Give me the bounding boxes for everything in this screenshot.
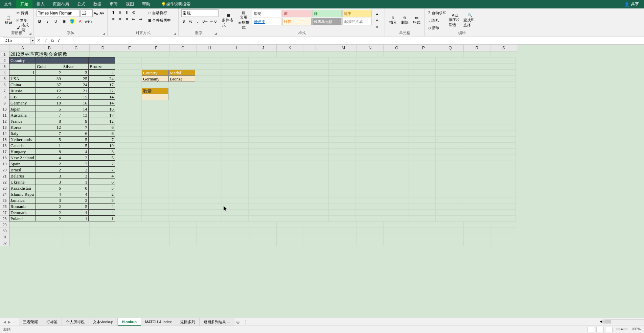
cell-L6[interactable] (302, 82, 329, 88)
cell-D25[interactable]: 3 (88, 197, 115, 203)
cell-D2[interactable] (88, 57, 115, 63)
cell-J31[interactable] (250, 234, 277, 240)
cell-P12[interactable] (409, 118, 436, 124)
row-header-2[interactable]: 2 (0, 57, 9, 64)
percent-button[interactable]: % (188, 18, 193, 24)
cell-C20[interactable]: 2 (62, 167, 89, 173)
cell-O14[interactable] (382, 130, 409, 137)
currency-button[interactable]: $ (181, 18, 186, 24)
cell-C22[interactable]: 1 (62, 179, 89, 185)
cell-C2[interactable] (62, 57, 89, 63)
cell-A21[interactable]: Belarus (9, 173, 36, 179)
cell-S18[interactable] (489, 155, 516, 161)
cell-D7[interactable]: 22 (88, 88, 115, 94)
cell-J2[interactable] (249, 57, 275, 64)
cell-P29[interactable] (410, 222, 437, 228)
cell-G5[interactable]: Bronze (168, 76, 195, 82)
cell-P6[interactable] (409, 82, 436, 88)
cell-E11[interactable] (115, 112, 142, 118)
cell-E9[interactable] (115, 100, 142, 106)
cell-L17[interactable] (302, 149, 329, 155)
cancel-formula-button[interactable]: ✕ (35, 38, 42, 43)
cell-R14[interactable] (462, 130, 489, 137)
cell-P2[interactable] (409, 57, 436, 64)
cell-M22[interactable] (329, 179, 355, 185)
cell-J26[interactable] (249, 204, 275, 210)
cell-J20[interactable] (249, 167, 275, 173)
row-header-3[interactable]: 3 (0, 64, 9, 70)
cell-D1[interactable] (90, 51, 116, 57)
cell-I1[interactable] (223, 51, 250, 57)
cell-O2[interactable] (382, 57, 409, 64)
cell-J30[interactable] (250, 228, 277, 234)
align-top-button[interactable]: ⬆ (110, 9, 116, 16)
col-header-F[interactable]: F (143, 45, 170, 51)
style-link[interactable]: 超链接 (252, 18, 281, 25)
cell-R15[interactable] (462, 137, 489, 143)
style-calc[interactable]: 计算 (282, 18, 312, 25)
cell-B18[interactable]: 4 (36, 154, 62, 161)
cell-G10[interactable] (168, 106, 195, 112)
cell-K32[interactable] (277, 240, 303, 246)
cell-B23[interactable]: 6 (36, 185, 62, 191)
cell-N18[interactable] (355, 155, 382, 161)
cell-M13[interactable] (329, 124, 355, 130)
cell-A10[interactable]: Japan (9, 106, 36, 112)
name-box-dropdown[interactable]: ▾ (31, 37, 35, 44)
cell-M24[interactable] (329, 191, 355, 197)
align-left-button[interactable]: ≡ (110, 16, 116, 22)
cell-M30[interactable] (330, 228, 357, 234)
cell-K21[interactable] (275, 173, 302, 179)
cell-R17[interactable] (462, 149, 489, 155)
style-down-button[interactable]: ▾ (374, 17, 380, 23)
font-name-select[interactable] (37, 9, 80, 17)
cell-I24[interactable] (222, 191, 249, 197)
cell-N6[interactable] (355, 82, 382, 88)
cell-G22[interactable] (168, 179, 195, 185)
cell-I23[interactable] (222, 185, 249, 191)
cell-H8[interactable] (195, 94, 222, 100)
cell-J12[interactable] (249, 118, 275, 124)
cell-I27[interactable] (222, 210, 249, 216)
cell-L32[interactable] (303, 240, 330, 246)
cell-S9[interactable] (489, 100, 516, 106)
cell-R32[interactable] (464, 240, 490, 246)
cell-G14[interactable] (168, 130, 195, 137)
cell-G1[interactable] (170, 51, 197, 57)
view-page-break-button[interactable] (605, 327, 613, 332)
cell-D12[interactable]: 12 (88, 118, 115, 124)
cell-A31[interactable] (9, 234, 36, 240)
cell-E12[interactable] (115, 118, 142, 124)
cell-R11[interactable] (462, 112, 489, 118)
cell-O11[interactable] (382, 112, 409, 118)
cell-J24[interactable] (249, 191, 275, 197)
cell-C15[interactable]: 5 (62, 136, 89, 142)
name-box[interactable] (3, 37, 31, 44)
cell-L29[interactable] (303, 222, 330, 228)
cell-B22[interactable]: 3 (36, 179, 62, 185)
row-header-20[interactable]: 20 (0, 167, 9, 173)
cell-P27[interactable] (409, 210, 436, 216)
cell-Q16[interactable] (436, 143, 462, 149)
cell-R31[interactable] (464, 234, 490, 240)
cell-I26[interactable] (222, 204, 249, 210)
col-header-N[interactable]: N (357, 45, 384, 51)
cell-F3[interactable] (142, 64, 168, 70)
cell-G20[interactable] (168, 167, 195, 173)
cell-C3[interactable]: Silver (62, 63, 89, 69)
cell-O12[interactable] (382, 118, 409, 124)
cell-I31[interactable] (223, 234, 250, 240)
cell-F9[interactable] (142, 100, 168, 106)
cell-K11[interactable] (275, 112, 302, 118)
cell-J19[interactable] (249, 161, 275, 167)
cell-R13[interactable] (462, 124, 489, 130)
align-middle-button[interactable]: ≡ (117, 9, 123, 16)
cell-Q27[interactable] (436, 210, 462, 216)
cell-A7[interactable]: Russia (9, 88, 36, 94)
cell-C13[interactable]: 7 (62, 124, 89, 130)
cell-M15[interactable] (329, 137, 355, 143)
cell-L21[interactable] (302, 173, 329, 179)
cell-O32[interactable] (384, 240, 410, 246)
font-color-button[interactable]: A (77, 18, 83, 24)
cell-D16[interactable]: 10 (88, 142, 115, 148)
